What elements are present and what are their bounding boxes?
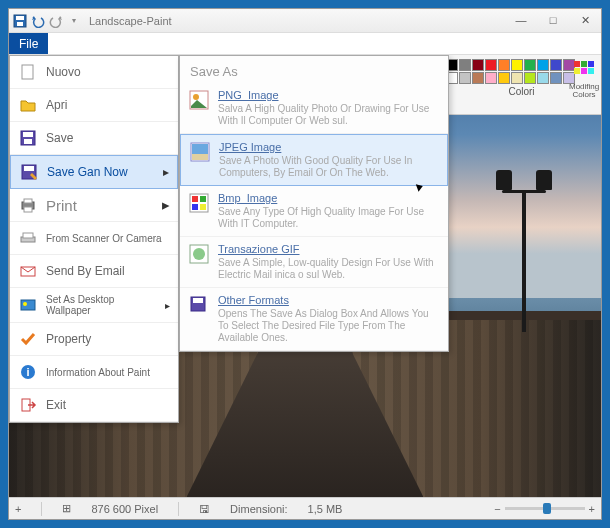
scanner-icon (18, 228, 38, 248)
submenu-arrow-icon: ▸ (165, 300, 170, 311)
color-swatch[interactable] (472, 72, 484, 84)
svg-point-22 (23, 302, 27, 306)
zoom-slider[interactable] (505, 507, 585, 510)
other-formats-icon (188, 294, 210, 316)
color-swatch[interactable] (511, 72, 523, 84)
color-swatch[interactable] (498, 59, 510, 71)
edit-colors-button[interactable]: Modifing Colors (569, 59, 599, 99)
svg-rect-4 (581, 61, 587, 67)
svg-rect-12 (24, 139, 32, 144)
color-swatch[interactable] (537, 72, 549, 84)
titlebar: ▾ Landscape-Paint — □ ✕ (9, 9, 601, 33)
file-tab[interactable]: File (9, 33, 48, 54)
svg-rect-16 (24, 199, 32, 203)
color-swatch[interactable] (524, 59, 536, 71)
color-swatch[interactable] (485, 72, 497, 84)
submenu-arrow-icon: ▸ (162, 196, 170, 214)
color-swatch[interactable] (459, 72, 471, 84)
svg-rect-19 (23, 233, 33, 238)
open-icon (18, 95, 38, 115)
menu-label: Save (46, 131, 73, 145)
svg-rect-3 (574, 61, 580, 67)
saveas-bmp[interactable]: Bmp_ImageSave Any Type Of High Quality I… (180, 186, 448, 237)
svg-point-37 (193, 248, 205, 260)
svg-text:i: i (26, 366, 29, 378)
menu-item-exit[interactable]: Exit (10, 389, 178, 422)
menu-item-save-as[interactable]: Save Gan Now ▸ (10, 155, 178, 189)
canvas-size: 876 600 Pixel (91, 503, 158, 515)
saveas-jpeg[interactable]: JPEG ImageSave A Photo With Good Quality… (180, 134, 448, 186)
undo-icon[interactable] (31, 14, 45, 28)
saveas-gif[interactable]: Transazione GIFSave A Simple, Low-qualit… (180, 237, 448, 288)
svg-rect-34 (192, 204, 198, 210)
menu-label: From Scanner Or Camera (46, 233, 162, 244)
svg-rect-21 (21, 300, 35, 310)
filesize-value: 1,5 MB (308, 503, 343, 515)
window-title: Landscape-Paint (89, 15, 509, 27)
maximize-button[interactable]: □ (541, 14, 565, 27)
svg-rect-29 (192, 144, 208, 154)
menu-label: Set As Desktop Wallpaper (46, 294, 157, 316)
color-swatch[interactable] (511, 59, 523, 71)
color-swatch[interactable] (537, 59, 549, 71)
menu-item-new[interactable]: Nuovo (10, 56, 178, 89)
svg-rect-7 (581, 68, 587, 74)
svg-rect-35 (200, 204, 206, 210)
menu-item-about[interactable]: i Information About Paint (10, 356, 178, 389)
filesize-label: Dimensioni: (230, 503, 287, 515)
menu-label: Save Gan Now (47, 165, 128, 179)
exit-icon (18, 395, 38, 415)
menu-item-properties[interactable]: Property (10, 323, 178, 356)
menu-item-open[interactable]: Apri (10, 89, 178, 122)
svg-rect-17 (24, 207, 32, 212)
menu-item-scanner[interactable]: From Scanner Or Camera (10, 222, 178, 255)
redo-icon[interactable] (49, 14, 63, 28)
filesize-icon: 🖫 (199, 503, 210, 515)
save-as-submenu: Save As PNG_ImageSalva A High Quality Ph… (179, 55, 449, 352)
png-icon (188, 89, 210, 111)
svg-point-27 (193, 94, 199, 100)
submenu-header: Save As (180, 56, 448, 83)
status-pos: + (15, 503, 21, 515)
minimize-button[interactable]: — (509, 14, 533, 27)
menu-label: Apri (46, 98, 67, 112)
menu-label: Print (46, 197, 77, 214)
menu-label: Nuovo (46, 65, 81, 79)
qat-dropdown-icon[interactable]: ▾ (67, 14, 81, 28)
color-swatch[interactable] (472, 59, 484, 71)
zoom-out-button[interactable]: − (494, 503, 500, 515)
menu-item-email[interactable]: Send By Email (10, 255, 178, 288)
svg-rect-2 (17, 22, 23, 26)
menu-item-print[interactable]: Print ▸ (10, 189, 178, 222)
menu-item-wallpaper[interactable]: Set As Desktop Wallpaper ▸ (10, 288, 178, 323)
canvas-size-icon: ⊞ (62, 502, 71, 515)
svg-rect-11 (23, 132, 33, 137)
color-swatch[interactable] (459, 59, 471, 71)
ribbon-tabs: File (9, 33, 601, 55)
menu-item-save[interactable]: Save (10, 122, 178, 155)
color-swatch[interactable] (485, 59, 497, 71)
quick-access-toolbar: ▾ (13, 14, 81, 28)
svg-rect-14 (24, 166, 34, 171)
menu-label: Send By Email (46, 264, 125, 278)
bmp-icon (188, 192, 210, 214)
svg-rect-8 (588, 68, 594, 74)
saveas-png[interactable]: PNG_ImageSalva A High Quality Photo Or D… (180, 83, 448, 134)
canvas-area: Colori Modifing Colors Nuovo Apri Save (9, 55, 601, 497)
zoom-control: − + (494, 503, 595, 515)
svg-rect-9 (22, 65, 33, 79)
color-swatch[interactable] (550, 72, 562, 84)
close-button[interactable]: ✕ (573, 14, 597, 27)
color-swatch[interactable] (498, 72, 510, 84)
file-menu: Nuovo Apri Save Save Gan Now ▸ Print ▸ (9, 55, 179, 423)
statusbar: + ⊞ 876 600 Pixel 🖫 Dimensioni: 1,5 MB −… (9, 497, 601, 519)
svg-rect-1 (16, 16, 24, 20)
svg-rect-6 (574, 68, 580, 74)
gif-icon (188, 243, 210, 265)
submenu-arrow-icon: ▸ (163, 165, 169, 179)
save-icon[interactable] (13, 14, 27, 28)
color-swatch[interactable] (550, 59, 562, 71)
color-swatch[interactable] (524, 72, 536, 84)
zoom-in-button[interactable]: + (589, 503, 595, 515)
saveas-other[interactable]: Other FormatsOpens The Save As Dialog Bo… (180, 288, 448, 351)
